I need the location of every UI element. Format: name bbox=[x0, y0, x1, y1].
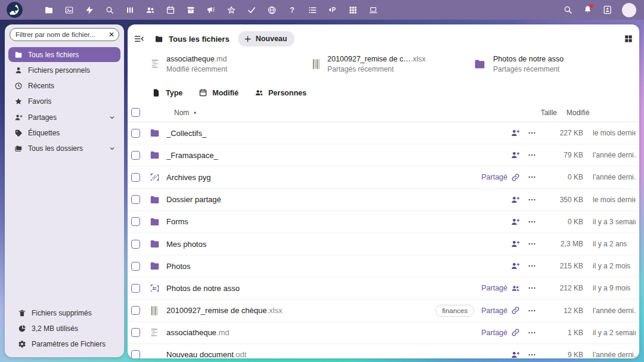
help-icon[interactable]: ? bbox=[287, 5, 297, 15]
share-user-plus-icon[interactable] bbox=[510, 128, 520, 138]
share-user-plus-icon[interactable] bbox=[510, 217, 520, 227]
new-button[interactable]: Nouveau bbox=[238, 31, 295, 47]
sidebar-item-quota[interactable]: 3,2 MB utilisés bbox=[12, 321, 117, 336]
actions-menu-icon[interactable] bbox=[520, 195, 544, 205]
actions-menu-icon[interactable] bbox=[520, 128, 544, 138]
file-modified: il y a 2 mois bbox=[583, 262, 636, 270]
row-checkbox[interactable] bbox=[131, 328, 140, 337]
actions-menu-icon[interactable] bbox=[520, 172, 544, 182]
row-checkbox[interactable] bbox=[131, 129, 140, 138]
select-all-checkbox[interactable] bbox=[131, 108, 140, 117]
table-row[interactable]: Forms 0 KB il y a 3 semaines bbox=[128, 211, 639, 233]
shared-status[interactable]: Partagé bbox=[481, 328, 520, 337]
recommended-file-card[interactable]: Photos de notre asso Partagés récemment bbox=[472, 55, 609, 73]
table-row[interactable]: Dossier partagé 350 KB le mois dernier bbox=[128, 189, 639, 211]
table-row[interactable]: Nouveau document.odt 9 KB l’année derni… bbox=[128, 344, 639, 358]
table-row[interactable]: Archives pyg Partagé 0 KB l’année derni… bbox=[128, 166, 639, 188]
actions-menu-icon[interactable] bbox=[520, 306, 544, 315]
sidebar-item-deleted-files[interactable]: Fichiers supprimés bbox=[12, 305, 117, 320]
contacts-icon[interactable] bbox=[145, 5, 155, 15]
share-user-plus-icon[interactable] bbox=[510, 261, 520, 271]
sidebar-item-favorites[interactable]: Favoris bbox=[8, 94, 120, 109]
sidebar-item-personal-files[interactable]: Fichiers personnels bbox=[8, 63, 120, 78]
share-user-plus-icon[interactable] bbox=[510, 150, 520, 160]
filter-type[interactable]: Type bbox=[152, 88, 182, 97]
desktop-icon[interactable] bbox=[369, 5, 378, 15]
actions-menu-icon[interactable] bbox=[520, 261, 544, 271]
recommended-file-card[interactable]: 20100927_remise de c….xlsx Partagés réce… bbox=[311, 55, 448, 73]
sidebar-item-all-files[interactable]: Tous les fichiers bbox=[8, 47, 120, 62]
actions-menu-icon[interactable] bbox=[520, 350, 544, 358]
announcements-icon[interactable] bbox=[206, 5, 216, 15]
sidebar-item-tags[interactable]: Étiquettes bbox=[8, 125, 120, 140]
row-checkbox[interactable] bbox=[131, 284, 140, 293]
actions-menu-icon[interactable] bbox=[520, 150, 544, 160]
row-checkbox[interactable] bbox=[131, 217, 140, 226]
filter-people[interactable]: Personnes bbox=[255, 88, 306, 97]
photos-icon[interactable] bbox=[64, 5, 74, 15]
actions-menu-icon[interactable] bbox=[520, 283, 544, 293]
table-row[interactable]: 20100927_remise de chèque.xlsx finances … bbox=[128, 300, 639, 322]
unified-search-icon[interactable] bbox=[563, 5, 573, 15]
row-checkbox[interactable] bbox=[131, 350, 140, 358]
collectives-icon[interactable] bbox=[227, 5, 236, 15]
shared-status[interactable]: Partagé bbox=[481, 284, 520, 293]
clear-filter-icon[interactable]: ✕ bbox=[106, 31, 114, 38]
tasks-icon[interactable] bbox=[247, 5, 256, 15]
share-user-plus-icon[interactable] bbox=[510, 195, 520, 205]
row-checkbox[interactable] bbox=[131, 306, 140, 315]
row-checkbox[interactable] bbox=[131, 151, 140, 160]
actions-menu-icon[interactable] bbox=[520, 239, 544, 249]
sidebar-item-shares[interactable]: Partages bbox=[8, 110, 120, 125]
framaspace-logo[interactable] bbox=[7, 2, 23, 18]
files-icon[interactable] bbox=[44, 5, 54, 15]
row-checkbox[interactable] bbox=[131, 195, 140, 204]
sidebar-item-files-settings[interactable]: Paramètres de Fichiers bbox=[12, 337, 117, 352]
table-row[interactable]: _Collectifs_ 227 KB le mois dernier bbox=[128, 122, 639, 144]
grid-view-toggle-icon[interactable] bbox=[624, 34, 633, 44]
file-size: 227 KB bbox=[544, 129, 583, 137]
chevron-down-icon[interactable] bbox=[109, 114, 116, 121]
sidebar-item-recent[interactable]: Récents bbox=[8, 79, 120, 94]
table-row[interactable]: _Framaspace_ 79 KB l’année derni… bbox=[128, 144, 639, 166]
filter-modified[interactable]: Modifié bbox=[199, 88, 239, 97]
row-checkbox[interactable] bbox=[131, 173, 140, 182]
activity-icon[interactable] bbox=[85, 5, 94, 15]
notes-list-icon[interactable] bbox=[308, 5, 317, 15]
column-modified-label[interactable]: Modifié bbox=[557, 109, 612, 117]
shared-status[interactable]: Partagé bbox=[481, 173, 520, 182]
file-size: 0 KB bbox=[544, 218, 583, 226]
share-user-plus-icon[interactable] bbox=[510, 350, 520, 358]
table-row[interactable]: Photos de notre asso Partagé 212 KB il y… bbox=[128, 277, 639, 299]
table-row[interactable]: Mes photos 2,3 MB il y a 2 ans bbox=[128, 233, 639, 255]
breadcrumb[interactable]: Tous les fichiers bbox=[154, 35, 230, 44]
calendar-icon[interactable] bbox=[166, 5, 175, 15]
notifications-bell-icon[interactable] bbox=[583, 5, 593, 15]
sidebar-item-all-folders[interactable]: Tous les dossiers bbox=[8, 141, 120, 156]
sites-globe-icon[interactable] bbox=[267, 5, 277, 15]
shared-status[interactable]: Partagé bbox=[481, 306, 520, 315]
file-icon bbox=[152, 88, 161, 97]
actions-menu-icon[interactable] bbox=[520, 328, 544, 338]
row-checkbox[interactable] bbox=[131, 240, 140, 249]
sort-by-name[interactable]: Nom bbox=[174, 109, 198, 117]
column-size-label[interactable]: Taille bbox=[494, 109, 557, 117]
table-row[interactable]: Photos 215 KB il y a 2 mois bbox=[128, 255, 639, 277]
table-row[interactable]: associatheque.md Partagé 1 KB il y a 2 s… bbox=[128, 322, 639, 344]
archives-icon[interactable] bbox=[186, 5, 196, 15]
deck-icon[interactable] bbox=[125, 5, 135, 15]
file-modified: il y a 2 semaines bbox=[583, 329, 636, 337]
chevron-down-icon[interactable] bbox=[109, 145, 116, 152]
row-checkbox[interactable] bbox=[131, 262, 140, 271]
contacts-menu-icon[interactable] bbox=[602, 5, 612, 15]
share-user-plus-icon[interactable] bbox=[510, 239, 520, 249]
tables-icon[interactable] bbox=[348, 5, 358, 15]
search-app-icon[interactable] bbox=[105, 5, 114, 15]
filter-input[interactable] bbox=[16, 31, 106, 38]
presentations-icon[interactable]: P bbox=[328, 5, 338, 15]
recommended-file-card[interactable]: associatheque.md Modifié récemment bbox=[150, 55, 287, 73]
actions-menu-icon[interactable] bbox=[520, 217, 544, 227]
avatar[interactable] bbox=[622, 3, 636, 17]
tag-chip[interactable]: finances bbox=[435, 305, 474, 317]
collapse-sidebar-icon[interactable] bbox=[134, 33, 144, 44]
